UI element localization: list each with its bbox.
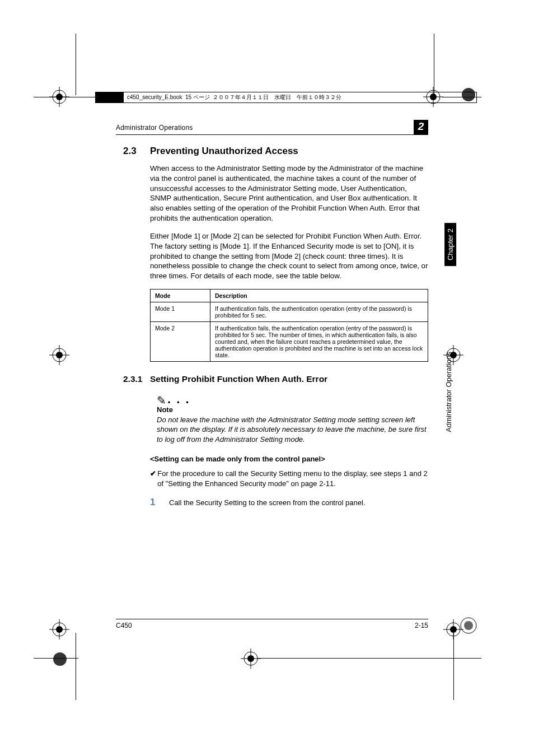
guide: [76, 34, 76, 95]
heading-3-number: 2.3.1: [123, 374, 150, 384]
svg-point-31: [53, 652, 67, 666]
table-header-mode: Mode: [151, 289, 210, 302]
mode-table: Mode Description Mode 1 If authenticatio…: [150, 289, 428, 362]
table-row: Mode 2 If authentication fails, the auth…: [151, 321, 428, 361]
step-item: 1 Call the Security Setting to the scree…: [150, 497, 428, 508]
guide: [453, 633, 454, 700]
guide: [434, 34, 434, 95]
check-icon: ✔: [150, 469, 157, 489]
page-body: 2.3Preventing Unauthorized Access When a…: [123, 146, 428, 514]
reg-mark-bl: [49, 619, 72, 642]
table-cell-desc: If authentication fails, the authenticat…: [210, 321, 428, 361]
footer-page-number: 2-15: [415, 622, 428, 629]
table-cell-mode: Mode 1: [151, 302, 210, 321]
step-text: Call the Security Setting to the screen …: [169, 498, 365, 507]
chapter-number-chip: 2: [414, 120, 428, 134]
heading-3: 2.3.1Setting Prohibit Function When Auth…: [123, 374, 428, 384]
reg-mark-bc: [241, 648, 263, 671]
note-text: Do not leave the machine with the Admini…: [157, 415, 428, 445]
sub-heading: <Setting can be made only from the contr…: [150, 455, 428, 463]
corner-dot-br: [459, 616, 478, 635]
guide: [257, 658, 481, 659]
source-file-text: c450_security_E.book 15 ページ ２００７年４月１１日 水…: [127, 94, 341, 101]
heading-3-title: Setting Prohibit Function When Auth. Err…: [150, 374, 327, 384]
table-header-desc: Description: [210, 289, 428, 302]
note-icon: ✎. . .: [157, 392, 428, 407]
guide: [76, 633, 76, 700]
note-label: Note: [157, 405, 428, 414]
paragraph: When access to the Administrator Setting…: [150, 164, 428, 223]
paragraph: Either [Mode 1] or [Mode 2] can be selec…: [150, 231, 428, 281]
heading-2: 2.3Preventing Unauthorized Access: [123, 146, 428, 157]
table-cell-desc: If authentication fails, the authenticat…: [210, 302, 428, 321]
page-header: Administrator Operations 2: [116, 122, 428, 135]
heading-2-number: 2.3: [123, 146, 150, 157]
reg-mark-tl: [49, 87, 72, 109]
source-file-bar: c450_security_E.book 15 ページ ２００７年４月１１日 水…: [95, 92, 477, 103]
guide: [34, 97, 95, 97]
running-head: Administrator Operations: [116, 124, 193, 132]
corner-dot-bl: [50, 650, 69, 669]
checklist-item: ✔ For the procedure to call the Security…: [150, 469, 428, 489]
guide: [34, 658, 78, 659]
heading-2-title: Preventing Unauthorized Access: [150, 146, 298, 156]
reg-mark-ml: [49, 345, 72, 367]
svg-point-30: [464, 621, 473, 630]
table-cell-mode: Mode 2: [151, 321, 210, 361]
step-number: 1: [150, 497, 169, 508]
checklist-text: For the procedure to call the Security S…: [157, 469, 428, 489]
side-tab-chapter: Chapter 2: [444, 223, 456, 266]
footer-model: C450: [116, 622, 132, 629]
side-tab-section: Administrator Operations: [444, 352, 453, 432]
table-row: Mode 1 If authentication fails, the auth…: [151, 302, 428, 321]
page-footer: C450 2-15: [116, 619, 428, 629]
